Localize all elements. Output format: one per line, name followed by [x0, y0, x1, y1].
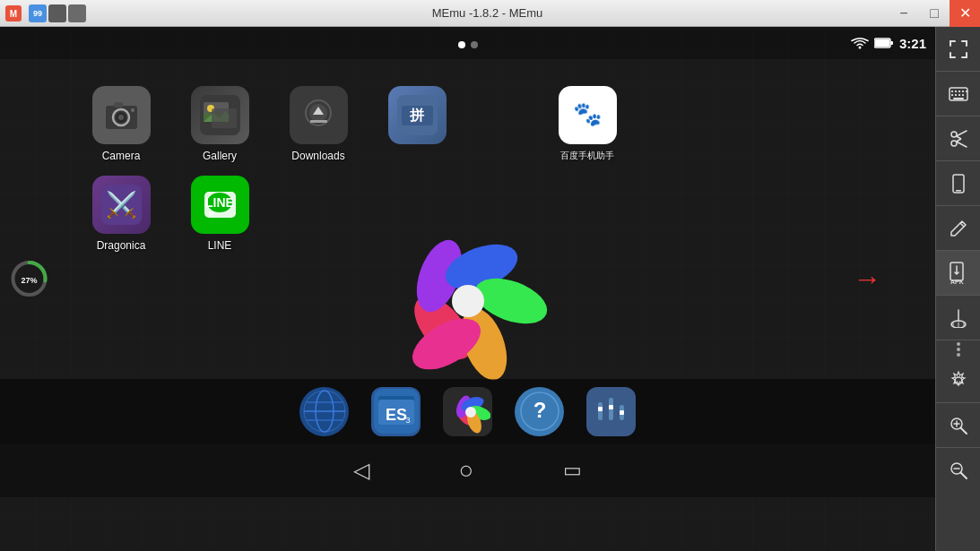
zoom-out-button[interactable] [936, 448, 981, 493]
app-dragonica[interactable]: ⚔️ Dragonica [81, 176, 161, 252]
titlebar-controls: − □ ✕ [889, 0, 980, 27]
svg-point-15 [131, 108, 134, 112]
app-baidu[interactable]: 🐾 百度手机助手 [547, 86, 628, 162]
app-gallery[interactable]: Gallery [179, 86, 260, 162]
dragonica-icon-bg: ⚔️ [92, 176, 151, 234]
svg-line-95 [960, 223, 964, 227]
svg-rect-74 [620, 410, 624, 415]
svg-text:拼: 拼 [409, 108, 425, 123]
titlebar-left: M 99 [0, 4, 86, 22]
svg-point-104 [957, 348, 960, 351]
wifi-icon [851, 37, 869, 49]
line-label: LINE [208, 239, 232, 252]
baidu-label: 百度手机助手 [560, 150, 614, 162]
svg-point-64 [465, 407, 476, 418]
fullscreen-button[interactable] [936, 27, 981, 72]
svg-rect-80 [966, 90, 967, 92]
baidu-icon: 🐾 [568, 95, 608, 135]
svg-line-90 [956, 136, 961, 139]
screenshot-button[interactable] [936, 116, 981, 161]
dock-memu[interactable] [443, 387, 492, 436]
close-button[interactable]: ✕ [950, 0, 980, 27]
svg-rect-70 [598, 407, 603, 411]
svg-line-89 [956, 142, 967, 147]
input-icon: 拼 [397, 95, 438, 135]
dock: ES 3 [0, 379, 935, 443]
svg-line-112 [960, 473, 967, 479]
broom-button[interactable] [936, 296, 981, 340]
home-button[interactable]: ○ [459, 456, 474, 485]
right-sidebar: APK [935, 27, 980, 551]
dock-browser[interactable] [299, 387, 349, 436]
status-time: 3:21 [899, 36, 926, 51]
svg-rect-14 [114, 102, 123, 108]
svg-rect-81 [951, 94, 953, 96]
dock-help[interactable]: ? [515, 387, 564, 436]
android-screen: 3:21 27% [0, 27, 935, 551]
svg-text:⚔️: ⚔️ [105, 190, 136, 220]
more-button[interactable] [936, 340, 981, 358]
dragonica-icon: ⚔️ [101, 185, 142, 225]
app-row-2: ⚔️ Dragonica LINE [54, 167, 287, 261]
gallery-icon [200, 95, 240, 135]
svg-text:27%: 27% [21, 275, 37, 284]
svg-rect-27 [310, 120, 327, 123]
pen-button[interactable] [936, 206, 981, 251]
minimize-button[interactable]: − [889, 0, 919, 27]
svg-text:LINE: LINE [205, 195, 234, 210]
svg-point-2 [858, 47, 861, 49]
dragonica-label: Dragonica [97, 239, 146, 252]
svg-rect-21 [212, 108, 237, 128]
input-icon-bg: 拼 [388, 86, 447, 144]
zoom-in-button[interactable] [936, 403, 981, 448]
page-dot-1 [458, 41, 465, 48]
back-button[interactable]: ◁ [353, 458, 369, 483]
settings-button[interactable] [936, 358, 981, 403]
app-row-1: Camera Gallery [54, 77, 655, 171]
downloads-icon-bg [290, 86, 348, 144]
recent-button[interactable]: ▭ [563, 459, 582, 482]
titlebar-app-icon: M [5, 5, 22, 22]
titlebar: M 99 MEmu -1.8.2 - MEmu − □ ✕ [0, 0, 980, 27]
navbar: ◁ ○ ▭ [0, 443, 935, 497]
svg-rect-84 [962, 94, 964, 96]
battery-icon [874, 37, 894, 49]
svg-point-105 [957, 353, 960, 357]
svg-line-108 [960, 427, 967, 434]
dock-es[interactable]: ES 3 [371, 387, 421, 436]
svg-rect-76 [951, 90, 953, 92]
app-line[interactable]: LINE LINE [179, 176, 260, 252]
svg-text:M: M [10, 9, 17, 19]
svg-rect-82 [955, 94, 957, 96]
maximize-button[interactable]: □ [919, 0, 950, 27]
svg-text:?: ? [533, 398, 546, 422]
svg-point-106 [955, 377, 962, 384]
gallery-label: Gallery [203, 150, 237, 162]
svg-point-103 [957, 342, 960, 346]
camera-icon [101, 95, 142, 135]
phone-button[interactable] [936, 161, 981, 206]
svg-rect-93 [956, 190, 961, 192]
svg-text:APK: APK [950, 279, 964, 285]
red-arrow: → [853, 262, 881, 295]
svg-rect-85 [953, 98, 964, 99]
apk-button[interactable]: APK [936, 251, 981, 296]
camera-icon-bg [92, 86, 151, 144]
page-dot-2 [471, 41, 478, 48]
svg-rect-83 [958, 94, 960, 96]
dock-settings[interactable] [586, 387, 636, 436]
app-input[interactable]: 拼 [377, 86, 457, 162]
main-area: 3:21 27% [0, 27, 980, 551]
svg-line-91 [956, 139, 961, 142]
gallery-icon-bg [191, 86, 249, 144]
notification-icons: 99 [29, 4, 86, 22]
app-downloads[interactable]: Downloads [278, 86, 359, 162]
svg-point-13 [118, 115, 124, 120]
baidu-icon-bg: 🐾 [559, 86, 617, 144]
camera-label: Camera [102, 150, 141, 162]
svg-rect-5 [875, 39, 889, 47]
keyboard-button[interactable] [936, 72, 981, 116]
homescreen: 27% [0, 59, 935, 497]
svg-rect-78 [958, 90, 960, 92]
app-camera[interactable]: Camera [81, 86, 161, 162]
